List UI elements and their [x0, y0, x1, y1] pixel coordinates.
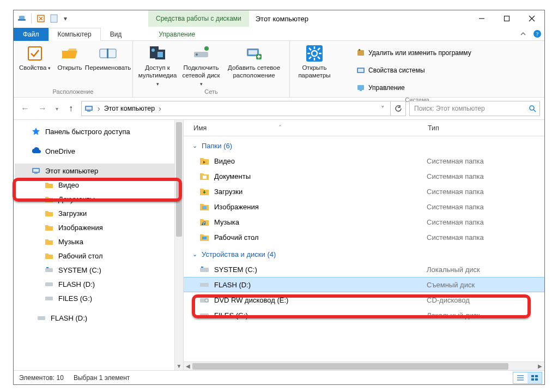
file-list[interactable]: ⌄ Папки (6) Видео Системная папка Докуме… — [184, 136, 544, 361]
add-network-location-button[interactable]: Добавить сетевое расположение — [223, 42, 284, 80]
maximize-button[interactable] — [494, 10, 519, 27]
up-button[interactable]: ↑ — [64, 101, 78, 116]
status-count: Элементов: 10 — [19, 374, 64, 382]
view-toggle — [513, 372, 542, 384]
nav-downloads[interactable]: Загрузки — [15, 206, 183, 220]
this-pc-icon — [84, 104, 94, 113]
breadcrumb-root[interactable]: Этот компьютер — [104, 105, 155, 112]
hdd-icon — [44, 265, 54, 275]
search-icon[interactable] — [529, 105, 536, 112]
list-item-system-c[interactable]: SYSTEM (C:) Локальный диск — [184, 262, 544, 277]
qat-item2-icon[interactable] — [49, 14, 59, 23]
tab-computer[interactable]: Компьютер — [48, 28, 101, 41]
scroll-down-icon[interactable]: ▼ — [175, 361, 183, 370]
svg-rect-52 — [202, 237, 207, 239]
list-item-pictures[interactable]: Изображения Системная папка — [184, 199, 544, 214]
status-selection: Выбран 1 элемент — [74, 374, 130, 382]
hscroll-thumb[interactable] — [192, 363, 508, 370]
svg-rect-63 — [535, 375, 538, 377]
search-input[interactable] — [413, 104, 529, 113]
minimize-button[interactable] — [469, 10, 494, 27]
nav-this-pc[interactable]: Этот компьютер — [15, 164, 183, 178]
tab-manage[interactable]: Управление — [149, 28, 204, 41]
help-icon[interactable]: ? — [530, 27, 544, 40]
view-tiles-button[interactable] — [527, 372, 542, 383]
svg-rect-19 — [248, 50, 257, 55]
svg-rect-47 — [45, 282, 53, 286]
scroll-left-icon[interactable]: ◀ — [184, 363, 192, 369]
svg-rect-53 — [200, 268, 209, 272]
open-settings-button[interactable]: Открыть параметры — [293, 42, 336, 80]
list-item-files-g[interactable]: FILES (G:) Локальный диск — [184, 307, 544, 323]
svg-rect-58 — [200, 313, 209, 317]
list-item-desktop[interactable]: Рабочий стол Системная папка — [184, 230, 544, 245]
svg-rect-44 — [34, 173, 38, 174]
usb-drive-icon — [199, 279, 210, 290]
nav-flash-d[interactable]: FLASH (D:) — [15, 277, 183, 291]
breadcrumb[interactable]: Этот компьютер ˅ — [81, 101, 391, 116]
qat-dropdown-icon[interactable]: ▾ — [62, 14, 69, 23]
svg-rect-51 — [202, 206, 207, 209]
map-drive-button[interactable]: Подключить сетевой диск — [180, 42, 222, 87]
nav-files-g[interactable]: FILES (G:) — [15, 291, 183, 305]
horizontal-scrollbar[interactable]: ◀ ▶ — [184, 361, 544, 370]
network-drive-icon — [192, 44, 210, 63]
settings-gear-icon — [305, 44, 324, 63]
system-properties-link[interactable]: Свойства системы — [341, 63, 471, 78]
nav-scrollbar[interactable]: ▲ ▼ — [174, 120, 183, 370]
list-item-dvd-e[interactable]: DVD RW дисковод (E:) CD-дисковод — [184, 292, 544, 307]
tab-file[interactable]: Файл — [14, 28, 48, 41]
forward-button[interactable]: → — [35, 101, 50, 116]
folder-icon — [44, 194, 54, 204]
refresh-button[interactable] — [391, 101, 406, 116]
group-drives-header[interactable]: ⌄ Устройства и диски (4) — [184, 245, 544, 262]
group-folders-header[interactable]: ⌄ Папки (6) — [184, 136, 544, 153]
search-box[interactable] — [409, 101, 540, 116]
properties-button[interactable]: Свойства — [17, 42, 53, 71]
breadcrumb-dropdown-icon[interactable]: ˅ — [378, 105, 388, 113]
list-item-music[interactable]: Музыка Системная папка — [184, 214, 544, 230]
nav-music[interactable]: Музыка — [15, 234, 183, 249]
close-button[interactable] — [519, 10, 544, 27]
column-type[interactable]: Тип — [428, 124, 544, 132]
manage-link[interactable]: Управление — [341, 80, 471, 95]
collapse-ribbon-icon[interactable] — [516, 27, 530, 40]
nav-quick-access[interactable]: Панель быстрого доступа — [15, 124, 183, 138]
scrollbar-thumb[interactable] — [176, 122, 182, 237]
nav-onedrive[interactable]: OneDrive — [15, 144, 183, 158]
view-details-button[interactable] — [513, 372, 527, 383]
list-item-videos[interactable]: Видео Системная папка — [184, 153, 544, 168]
content-pane: Имя Тип ⌄ Папки (6) Видео Системная папк… — [184, 120, 544, 370]
nav-system-c[interactable]: SYSTEM (C:) — [15, 263, 183, 277]
svg-rect-31 — [357, 50, 364, 56]
list-item-downloads[interactable]: Загрузки Системная папка — [184, 184, 544, 199]
svg-rect-54 — [201, 267, 203, 268]
folder-icon — [44, 251, 54, 261]
tab-view[interactable]: Вид — [101, 28, 131, 41]
pictures-folder-icon — [199, 201, 210, 212]
navigation-pane[interactable]: Панель быстрого доступа OneDrive Этот ко… — [14, 120, 184, 370]
nav-videos[interactable]: Видео — [15, 178, 183, 192]
uninstall-programs-link[interactable]: Удалить или изменить программу — [341, 45, 471, 61]
nav-documents[interactable]: Документы — [15, 192, 183, 206]
open-button[interactable]: Открыть — [54, 42, 86, 71]
nav-desktop[interactable]: Рабочий стол — [15, 249, 183, 263]
column-name[interactable]: Имя — [193, 124, 207, 132]
nav-pictures[interactable]: Изображения — [15, 220, 183, 234]
contextual-tab-header: Средства работы с дисками — [148, 10, 249, 27]
svg-point-17 — [204, 46, 209, 51]
rename-button[interactable]: Переименовать — [87, 42, 129, 71]
list-item-documents[interactable]: Документы Системная папка — [184, 168, 544, 184]
list-item-flash-d[interactable]: FLASH (D:) Съемный диск — [184, 277, 544, 292]
recent-locations-dropdown[interactable]: ▾ — [53, 101, 60, 116]
star-icon — [31, 126, 41, 136]
qat-properties-icon[interactable] — [36, 14, 46, 23]
svg-rect-45 — [45, 268, 53, 272]
nav-flash-d-removable[interactable]: FLASH (D:) — [15, 311, 183, 325]
back-button[interactable]: ← — [18, 101, 32, 116]
scroll-right-icon[interactable]: ▶ — [536, 363, 544, 369]
svg-rect-46 — [46, 267, 48, 268]
column-headers[interactable]: Имя Тип — [184, 120, 544, 136]
hdd-icon — [44, 293, 54, 303]
media-access-button[interactable]: Доступ к мультимедиа — [136, 42, 179, 87]
